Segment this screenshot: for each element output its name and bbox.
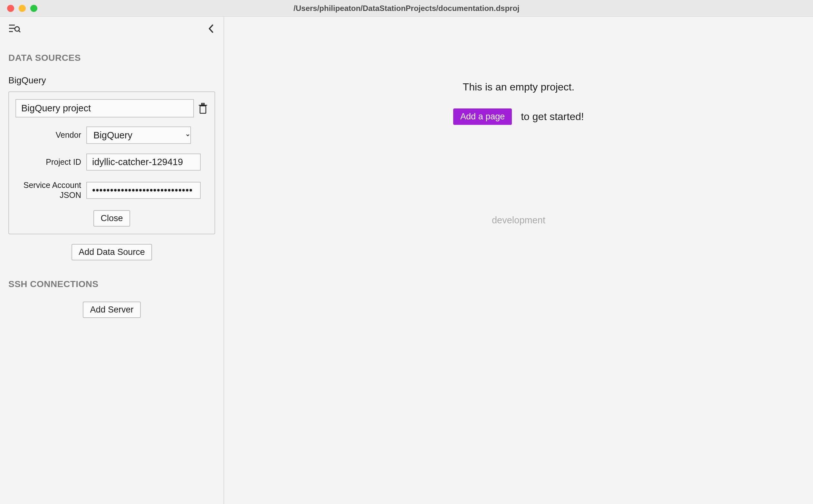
add-data-source-button[interactable]: Add Data Source bbox=[71, 244, 152, 260]
main-content: This is an empty project. Add a page to … bbox=[224, 17, 813, 504]
service-account-json-input[interactable] bbox=[86, 182, 201, 199]
svg-line-4 bbox=[19, 31, 20, 32]
window-minimize-button[interactable] bbox=[19, 5, 26, 12]
search-list-icon[interactable] bbox=[8, 23, 21, 34]
sidebar: DATA SOURCES BigQuery Vendor BigQuery bbox=[0, 17, 224, 504]
data-source-name-input[interactable] bbox=[15, 99, 194, 117]
data-sources-heading: DATA SOURCES bbox=[8, 53, 215, 63]
vendor-label: Vendor bbox=[15, 130, 86, 140]
development-label: development bbox=[492, 215, 545, 226]
window-controls bbox=[0, 5, 37, 12]
empty-project-message: This is an empty project. bbox=[463, 81, 575, 93]
window-maximize-button[interactable] bbox=[30, 5, 37, 12]
svg-rect-6 bbox=[201, 103, 204, 105]
project-id-label: Project ID bbox=[15, 157, 86, 167]
add-page-button[interactable]: Add a page bbox=[453, 108, 512, 125]
add-server-button[interactable]: Add Server bbox=[83, 302, 140, 318]
data-source-card: Vendor BigQuery Project ID Service Accou… bbox=[8, 91, 215, 234]
svg-rect-7 bbox=[200, 106, 206, 113]
service-account-json-label: Service Account JSON bbox=[15, 180, 86, 201]
close-button[interactable]: Close bbox=[93, 210, 130, 227]
collapse-sidebar-icon[interactable] bbox=[208, 24, 215, 33]
svg-point-3 bbox=[15, 27, 19, 31]
ssh-connections-heading: SSH CONNECTIONS bbox=[8, 279, 215, 289]
window-close-button[interactable] bbox=[7, 5, 14, 12]
data-source-label: BigQuery bbox=[8, 75, 215, 86]
window-title: /Users/philipeaton/DataStationProjects/d… bbox=[294, 4, 519, 13]
cta-rest-text: to get started! bbox=[521, 111, 584, 123]
project-id-input[interactable] bbox=[86, 154, 201, 171]
vendor-select[interactable]: BigQuery bbox=[86, 126, 191, 144]
trash-icon[interactable] bbox=[198, 103, 208, 114]
titlebar: /Users/philipeaton/DataStationProjects/d… bbox=[0, 0, 813, 17]
